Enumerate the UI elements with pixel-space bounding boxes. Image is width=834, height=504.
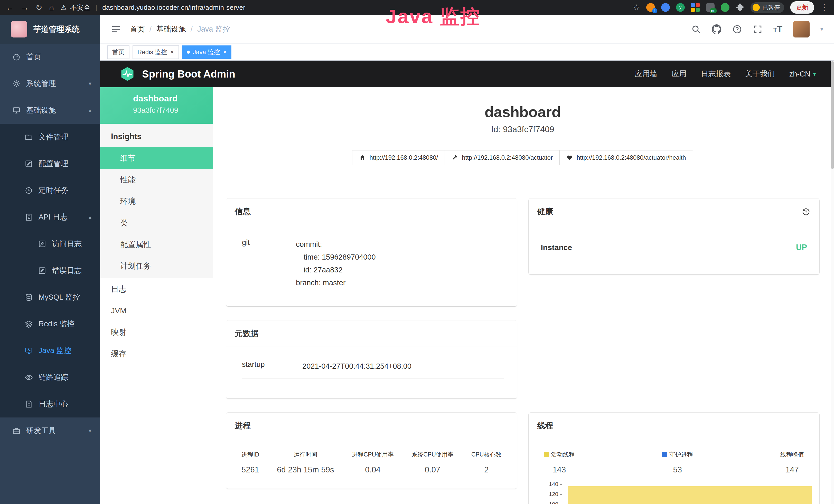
extension-icon-blue[interactable] bbox=[661, 3, 670, 12]
tab-java-monitor[interactable]: Java 监控 × bbox=[182, 45, 232, 59]
health-instance-row: Instance UP bbox=[541, 243, 807, 260]
sidebar-item-infra[interactable]: 基础设施 ▴ bbox=[0, 97, 100, 124]
java-monitor-icon bbox=[25, 347, 33, 355]
browser-update-button[interactable]: 更新 bbox=[790, 1, 814, 14]
insight-item-performance[interactable]: 性能 bbox=[100, 169, 213, 190]
sba-locale-select[interactable]: zh-CN ▾ bbox=[789, 70, 816, 78]
threads-card-header: 线程 bbox=[529, 413, 820, 439]
service-url-button[interactable]: http://192.168.0.2:48080/ bbox=[352, 150, 445, 165]
gear-icon bbox=[12, 79, 21, 88]
tab-home[interactable]: 首页 bbox=[107, 45, 129, 59]
sidebar-item-error-log[interactable]: 错误日志 bbox=[0, 257, 100, 284]
legend-swatch-yellow bbox=[544, 452, 549, 457]
sidebar-item-trace[interactable]: 链路追踪 bbox=[0, 364, 100, 391]
sba-nav-about[interactable]: 关于我们 bbox=[745, 69, 775, 79]
sidebar-item-mysql[interactable]: MySQL 监控 bbox=[0, 284, 100, 311]
sba-brand-title[interactable]: Spring Boot Admin bbox=[142, 68, 235, 80]
metadata-card-body: startup 2021-04-27T00:44:31.254+08:00 bbox=[226, 347, 517, 398]
user-avatar[interactable] bbox=[793, 21, 810, 38]
search-icon[interactable] bbox=[691, 24, 701, 34]
browser-menu-icon[interactable]: ⋮ bbox=[820, 3, 828, 12]
app-logo[interactable]: 芋道管理系统 bbox=[0, 15, 100, 44]
legend-swatch-blue bbox=[662, 452, 667, 457]
breadcrumb-home[interactable]: 首页 bbox=[130, 24, 145, 35]
extension-icon-switch[interactable]: on bbox=[706, 3, 715, 12]
profile-paused-chip[interactable]: 已暂停 bbox=[750, 2, 784, 13]
document-edit-icon bbox=[38, 267, 46, 275]
font-size-icon[interactable]: TT bbox=[773, 24, 782, 34]
document-icon bbox=[25, 400, 33, 408]
sba-body: dashboard 93a3fc7f7409 Insights 细节 性能 环境… bbox=[100, 87, 834, 504]
extension-icon-green[interactable]: y bbox=[676, 3, 685, 12]
sidebar-item-java[interactable]: Java 监控 bbox=[0, 337, 100, 364]
bookmark-star-icon[interactable]: ☆ bbox=[633, 3, 640, 12]
fullscreen-icon[interactable] bbox=[753, 24, 763, 34]
extensions-puzzle-icon[interactable] bbox=[736, 3, 744, 12]
sba-nav-applications[interactable]: 应用 bbox=[672, 69, 686, 79]
back-icon[interactable]: ← bbox=[6, 3, 14, 12]
health-url-button[interactable]: http://192.168.0.2:48080/actuator/health bbox=[559, 150, 693, 165]
extension-icon-leaf[interactable] bbox=[721, 3, 729, 12]
sidebar-item-log-center[interactable]: 日志中心 bbox=[0, 391, 100, 417]
sidebar-item-api-log[interactable]: API 日志 ▴ bbox=[0, 204, 100, 231]
sidebar-item-system[interactable]: 系统管理 ▾ bbox=[0, 70, 100, 97]
threads-legend: 活动线程 143 守护进程 53 线程峰值 147 bbox=[529, 439, 820, 475]
sba-item-logs[interactable]: 日志 bbox=[100, 278, 213, 300]
toolbox-icon bbox=[12, 427, 21, 435]
help-icon[interactable] bbox=[732, 24, 742, 34]
sidebar-item-home[interactable]: 首页 bbox=[0, 44, 100, 70]
app-logo-title: 芋道管理系统 bbox=[34, 24, 80, 35]
breadcrumb-infra[interactable]: 基础设施 bbox=[156, 24, 186, 35]
insight-item-config-props[interactable]: 配置属性 bbox=[100, 234, 213, 255]
sba-item-caches[interactable]: 缓存 bbox=[100, 343, 213, 365]
avatar-caret-icon[interactable]: ▾ bbox=[820, 26, 823, 32]
sidebar-item-config[interactable]: 配置管理 bbox=[0, 151, 100, 177]
forward-icon[interactable]: → bbox=[21, 3, 29, 12]
insight-item-environment[interactable]: 环境 bbox=[100, 190, 213, 212]
sidebar-item-file[interactable]: 文件管理 bbox=[0, 124, 100, 151]
sidebar-menu: 首页 系统管理 ▾ 基础设施 ▴ 文件管理 bbox=[0, 44, 100, 444]
close-icon[interactable]: × bbox=[223, 49, 226, 55]
actuator-url-button[interactable]: http://192.168.0.2:48080/actuator bbox=[445, 150, 560, 165]
sba-nav-journal[interactable]: 日志报表 bbox=[701, 69, 731, 79]
paused-label: 已暂停 bbox=[762, 4, 780, 12]
info-card-body: git commit: time: 1596289704000 id: 27aa… bbox=[226, 225, 517, 306]
home-icon[interactable]: ⌂ bbox=[49, 3, 54, 12]
tab-redis-monitor[interactable]: Redis 监控 × bbox=[133, 45, 179, 59]
breadcrumb-current: Java 监控 bbox=[197, 24, 230, 35]
details-cards: 信息 git commit: time: 1596289704000 id: 2… bbox=[226, 199, 819, 504]
database-icon bbox=[25, 293, 33, 301]
extension-badge: 1 bbox=[652, 8, 657, 13]
sidebar-item-redis[interactable]: Redis 监控 bbox=[0, 311, 100, 337]
address-bar[interactable]: ⚠ 不安全 | dashboard.yudao.iocoder.cn/infra… bbox=[61, 3, 245, 12]
scrollbar-thumb[interactable] bbox=[831, 61, 834, 169]
extension-icon-orange[interactable]: 1 bbox=[646, 3, 655, 12]
info-card-header: 信息 bbox=[226, 199, 517, 225]
sidebar-item-job[interactable]: 定时任务 bbox=[0, 177, 100, 204]
stat-uptime: 运行时间 6d 23h 15m 59s bbox=[277, 451, 334, 475]
sidebar-item-access-log[interactable]: 访问日志 bbox=[0, 231, 100, 257]
sba-nav-wallboard[interactable]: 应用墙 bbox=[635, 69, 657, 79]
close-icon[interactable]: × bbox=[170, 49, 174, 55]
sidebar-collapse-icon[interactable] bbox=[111, 24, 121, 35]
insight-item-details[interactable]: 细节 bbox=[100, 147, 213, 169]
layers-icon bbox=[25, 320, 33, 328]
extension-on-badge: on bbox=[710, 8, 717, 13]
instance-selector[interactable]: dashboard 93a3fc7f7409 bbox=[100, 87, 213, 124]
document-edit-icon bbox=[38, 240, 46, 248]
insight-item-scheduled-tasks[interactable]: 计划任务 bbox=[100, 255, 213, 277]
insight-item-classes[interactable]: 类 bbox=[100, 212, 213, 234]
history-icon[interactable] bbox=[802, 207, 811, 216]
reload-icon[interactable]: ↻ bbox=[36, 3, 42, 12]
instance-subtitle: Id: 93a3fc7f7409 bbox=[226, 124, 819, 134]
sidebar-item-dev-tools[interactable]: 研发工具 ▾ bbox=[0, 417, 100, 444]
extension-icon-grid[interactable] bbox=[691, 3, 700, 12]
document-edit-icon bbox=[25, 213, 33, 221]
app-shell: 芋道管理系统 首页 系统管理 ▾ 基础设施 ▴ bbox=[0, 15, 834, 504]
github-icon[interactable] bbox=[712, 24, 722, 34]
health-card-body: Instance UP bbox=[529, 225, 820, 274]
sba-item-jvm[interactable]: JVM bbox=[100, 300, 213, 321]
process-card: 进程 进程ID 5261 运行时间 6d 23h 15m 59s bbox=[226, 413, 517, 488]
page-scrollbar[interactable] bbox=[831, 61, 834, 504]
sba-item-mappings[interactable]: 映射 bbox=[100, 321, 213, 343]
